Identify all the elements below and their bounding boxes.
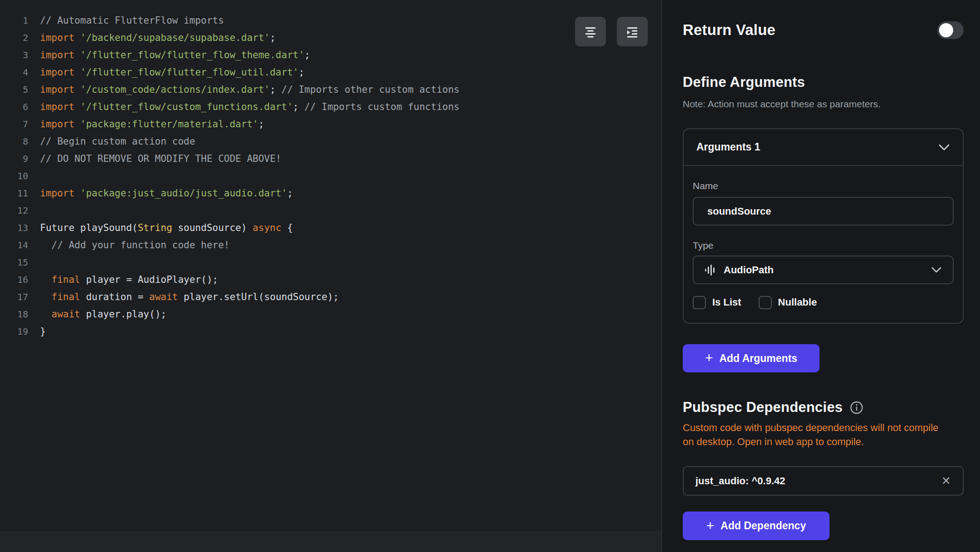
- code-line: 11import 'package:just_audio/just_audio.…: [0, 185, 661, 202]
- line-number: 10: [0, 167, 28, 185]
- argument-card-header[interactable]: Arguments 1: [684, 129, 963, 166]
- format-align-icon: [583, 25, 598, 39]
- code-line: 2import '/backend/supabase/supabase.dart…: [0, 29, 661, 46]
- format-indent-button[interactable]: [617, 17, 648, 46]
- code-line: 14 // Add your function code here!: [0, 236, 661, 254]
- code-editor[interactable]: 1// Automatic FlutterFlow imports2import…: [0, 0, 662, 552]
- argument-card: Arguments 1 Name Type: [683, 128, 964, 324]
- properties-panel: Return Value Define Arguments Note: Acti…: [663, 0, 980, 552]
- add-dependency-button[interactable]: + Add Dependency: [683, 512, 830, 540]
- checkbox-row: Is List Nullable: [693, 296, 954, 309]
- editor-toolbar: [575, 17, 648, 46]
- code-line: 10: [0, 167, 661, 185]
- line-number: 17: [0, 288, 28, 306]
- pubspec-warning-text: Custom code with pubspec dependencies wi…: [683, 421, 947, 449]
- line-number: 7: [0, 115, 28, 133]
- toggle-knob: [939, 23, 953, 37]
- code-line: 15: [0, 254, 661, 271]
- add-dependency-label: Add Dependency: [720, 520, 806, 532]
- add-arguments-label: Add Arguments: [719, 352, 797, 365]
- define-arguments-note: Note: Action must accept these as parame…: [683, 98, 964, 110]
- code-line: 17 final duration = await player.setUrl(…: [0, 288, 661, 306]
- line-number: 4: [0, 64, 28, 81]
- format-indent-icon: [625, 25, 640, 39]
- code-line: 7import 'package:flutter/material.dart';: [0, 115, 661, 133]
- code-line: 1// Automatic FlutterFlow imports: [0, 12, 661, 29]
- plus-icon: +: [706, 519, 715, 532]
- nullable-checkbox[interactable]: [759, 296, 772, 309]
- argument-card-body: Name Type AudioPath: [684, 181, 963, 323]
- add-arguments-button[interactable]: + Add Arguments: [683, 344, 820, 372]
- info-icon[interactable]: [850, 401, 863, 414]
- code-line: 18 await player.play();: [0, 306, 661, 323]
- line-number: 14: [0, 236, 28, 254]
- return-value-title: Return Value: [683, 21, 775, 39]
- return-value-toggle[interactable]: [937, 21, 964, 39]
- line-number: 8: [0, 133, 28, 150]
- type-value: AudioPath: [724, 264, 931, 276]
- is-list-label: Is List: [712, 296, 741, 308]
- line-number: 2: [0, 29, 28, 46]
- code-line: 6import '/flutter_flow/custom_functions.…: [0, 98, 661, 115]
- code-line: 13Future playSound(String soundSource) a…: [0, 219, 661, 236]
- define-arguments-title: Define Arguments: [683, 74, 964, 91]
- name-input[interactable]: [693, 197, 954, 226]
- line-number: 6: [0, 98, 28, 115]
- chevron-down-icon: [931, 266, 942, 273]
- line-number: 1: [0, 12, 28, 29]
- code-line: 16 final player = AudioPlayer();: [0, 271, 661, 288]
- code-line: 8// Begin custom action code: [0, 133, 661, 150]
- name-label: Name: [693, 181, 954, 191]
- pubspec-title-row: Pubspec Dependencies: [683, 399, 964, 416]
- line-number: 19: [0, 323, 28, 340]
- editor-bottom-bar: [0, 531, 661, 552]
- pubspec-title: Pubspec Dependencies: [683, 399, 843, 416]
- chevron-down-icon: [938, 144, 950, 151]
- code-line: 5import '/custom_code/actions/index.dart…: [0, 81, 661, 98]
- remove-dependency-icon[interactable]: ✕: [941, 475, 951, 487]
- audio-waveform-icon: [705, 263, 716, 277]
- line-number: 11: [0, 185, 28, 202]
- is-list-checkbox-group[interactable]: Is List: [693, 296, 741, 309]
- is-list-checkbox[interactable]: [693, 296, 706, 309]
- line-number: 9: [0, 150, 28, 167]
- line-number: 16: [0, 271, 28, 288]
- return-value-row: Return Value: [683, 21, 964, 39]
- argument-card-title: Arguments 1: [696, 141, 760, 153]
- plus-icon: +: [705, 351, 713, 365]
- line-number: 3: [0, 46, 28, 64]
- code-lines: 1// Automatic FlutterFlow imports2import…: [0, 0, 661, 340]
- line-number: 5: [0, 81, 28, 98]
- format-align-button[interactable]: [575, 17, 606, 46]
- dependency-item[interactable]: just_audio: ^0.9.42 ✕: [683, 466, 964, 496]
- code-line: 3import '/flutter_flow/flutter_flow_them…: [0, 46, 661, 64]
- line-number: 13: [0, 219, 28, 236]
- line-number: 15: [0, 254, 28, 271]
- code-line: 12: [0, 202, 661, 219]
- code-line: 4import '/flutter_flow/flutter_flow_util…: [0, 64, 661, 81]
- dependency-value: just_audio: ^0.9.42: [695, 475, 941, 487]
- code-line: 19}: [0, 323, 661, 340]
- nullable-checkbox-group[interactable]: Nullable: [759, 296, 817, 309]
- code-line: 9// DO NOT REMOVE OR MODIFY THE CODE ABO…: [0, 150, 661, 167]
- nullable-label: Nullable: [778, 296, 817, 308]
- line-number: 12: [0, 202, 28, 219]
- line-number: 18: [0, 306, 28, 323]
- type-dropdown[interactable]: AudioPath: [693, 256, 954, 284]
- type-label: Type: [693, 240, 954, 251]
